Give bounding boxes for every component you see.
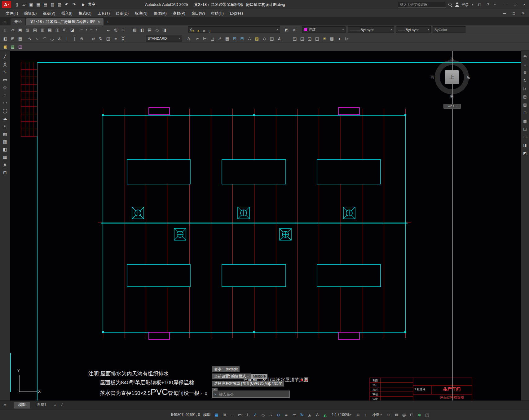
table-icon[interactable]: ▦ bbox=[0, 153, 10, 161]
layout-menu-icon[interactable]: ≡ bbox=[4, 402, 7, 408]
line-icon[interactable]: ╱ bbox=[0, 52, 10, 60]
open-icon[interactable]: ▱ bbox=[21, 1, 27, 8]
layer-unlock-icon[interactable]: ⊠ bbox=[201, 28, 206, 34]
parallel-tool-icon[interactable]: ∥ bbox=[71, 35, 78, 42]
workspace-switching-icon[interactable]: ⊛ bbox=[355, 411, 362, 418]
login-caret-icon[interactable]: ▾ bbox=[471, 2, 474, 8]
offset-tool-icon[interactable]: ≡ bbox=[112, 35, 119, 42]
plot-icon[interactable]: ▨ bbox=[24, 26, 31, 33]
image-clip-icon[interactable]: ◫ bbox=[17, 43, 24, 50]
linetype-dropdown-caret-icon[interactable]: ▾ bbox=[391, 28, 392, 31]
mtext-icon[interactable]: A bbox=[0, 161, 10, 169]
angle-tool-icon[interactable]: ∠ bbox=[56, 35, 63, 42]
share-button[interactable]: ▶ 共享 bbox=[80, 1, 95, 8]
tangent-tool-icon[interactable]: ⊖ bbox=[78, 35, 85, 42]
text-style-dropdown[interactable]: STANDARD ▾ bbox=[146, 35, 182, 42]
menu-item[interactable]: 视图(V) bbox=[40, 9, 58, 17]
table-insert-icon[interactable]: ▦ bbox=[224, 35, 231, 42]
lineweight-dropdown[interactable]: —— ByLayer ▾ bbox=[396, 26, 431, 33]
publish-icon[interactable]: ▥ bbox=[39, 26, 46, 33]
command-customize-icon[interactable]: ⚙ bbox=[205, 391, 208, 396]
login-button[interactable]: 登录 bbox=[461, 2, 469, 7]
quick-properties-icon[interactable]: □ bbox=[385, 411, 392, 418]
tab-start[interactable]: 开始 bbox=[11, 18, 25, 25]
qnew-icon[interactable]: ▯ bbox=[2, 26, 9, 33]
xref-icon[interactable]: ⊟ bbox=[521, 133, 529, 141]
markup-icon[interactable]: ◨ bbox=[521, 141, 529, 149]
redo-icon[interactable]: ↷ bbox=[71, 1, 77, 8]
infer-constraints-icon[interactable]: ∟ bbox=[228, 411, 236, 418]
xline-icon[interactable]: ╳ bbox=[0, 60, 10, 68]
clean-screen-icon[interactable]: ◳ bbox=[424, 411, 431, 418]
hatch-edit-icon[interactable]: ▨ bbox=[253, 35, 260, 42]
new-tab-button[interactable]: + bbox=[104, 18, 112, 25]
orbit-icon[interactable]: ↻ bbox=[521, 77, 529, 85]
annotation-scale-button[interactable]: 1:1 / 100% bbox=[332, 413, 349, 417]
undo-icon[interactable]: ↶ bbox=[64, 1, 70, 8]
graphics-performance-icon[interactable]: ⊡ bbox=[408, 411, 415, 418]
dim-style-icon[interactable]: ⌐ bbox=[194, 35, 201, 42]
menu-item[interactable]: 插入(I) bbox=[59, 9, 75, 17]
point-style-icon[interactable]: ∴ bbox=[246, 35, 253, 42]
layer-on-bulb-icon[interactable]: ⊙ bbox=[190, 28, 195, 34]
measure-panel-icon[interactable]: ◩ bbox=[521, 149, 529, 157]
close-button[interactable]: × bbox=[520, 0, 529, 9]
file-tab-menu-icon[interactable]: ≡ bbox=[0, 18, 11, 25]
previous-layer-icon[interactable]: ⊲ bbox=[291, 26, 298, 33]
lineweight-dropdown-caret-icon[interactable]: ▾ bbox=[428, 28, 429, 31]
menu-item[interactable]: 工具(T) bbox=[95, 9, 112, 17]
hatch-icon[interactable]: ▨ bbox=[0, 130, 10, 138]
snap-settings-icon[interactable]: ⊞ bbox=[9, 35, 16, 42]
snap-icon[interactable]: ⊞ bbox=[221, 411, 228, 418]
arc-icon[interactable]: ◠ bbox=[0, 99, 10, 107]
object-snap-icon[interactable]: ⊙ bbox=[275, 411, 282, 418]
layer-freeze-icon[interactable]: ◇ bbox=[154, 26, 161, 33]
model-space-button[interactable]: 模型 bbox=[203, 412, 210, 418]
redo-caret-icon[interactable]: ▾ bbox=[94, 26, 99, 33]
make-current-layer-icon[interactable]: ◩ bbox=[283, 26, 290, 33]
text-tool-icon[interactable]: A bbox=[185, 35, 192, 42]
hardware-acceleration-icon[interactable]: ⊚ bbox=[416, 411, 423, 418]
menu-item[interactable]: 参数(P) bbox=[170, 9, 188, 17]
redo-icon[interactable]: ↷ bbox=[89, 26, 94, 33]
drawing-canvas[interactable]: 上 北 南 西 东 WCS ▾ Y X 注明:屋面排水为内天沟有组织排水 屋面板… bbox=[10, 51, 521, 400]
mirror-tool-icon[interactable]: ◫ bbox=[105, 35, 112, 42]
undo-caret-icon[interactable]: ▾ bbox=[84, 26, 89, 33]
doc-restore-button[interactable]: □ bbox=[509, 10, 518, 17]
show-motion-icon[interactable]: ▷ bbox=[343, 35, 350, 42]
zoom-icon[interactable]: ⊕ bbox=[120, 26, 126, 33]
command-input[interactable] bbox=[219, 392, 288, 396]
menu-item[interactable]: 标注(N) bbox=[132, 9, 150, 17]
dynamic-ucs-icon[interactable]: ∆ bbox=[314, 411, 321, 418]
linetype-dropdown[interactable]: ——— ByLayer ▾ bbox=[348, 26, 394, 33]
gradient-icon[interactable]: ▩ bbox=[0, 138, 10, 145]
image-adjust-icon[interactable]: ▨ bbox=[9, 43, 16, 50]
measure-icon[interactable]: ∡ bbox=[276, 35, 283, 42]
full-nav-wheel-icon[interactable]: ◎ bbox=[521, 52, 529, 60]
section-icon[interactable]: ◰ bbox=[291, 35, 298, 42]
light-icon[interactable]: ☀ bbox=[321, 35, 328, 42]
menu-item[interactable]: 文件(F) bbox=[3, 9, 21, 17]
materials-icon[interactable]: ▩ bbox=[328, 35, 335, 42]
color-dropdown-caret-icon[interactable]: ▾ bbox=[342, 28, 344, 31]
move-tool-icon[interactable]: ⇄ bbox=[90, 35, 97, 42]
transparency-icon[interactable]: ▱ bbox=[290, 411, 298, 418]
group-icon[interactable]: ◫ bbox=[268, 35, 275, 42]
zoom-extents-icon[interactable]: ⊕ bbox=[521, 69, 529, 77]
plot-preview-icon[interactable]: ▤ bbox=[32, 26, 38, 33]
save-to-web-icon[interactable]: ▥ bbox=[49, 1, 56, 8]
object-snap-tracking-icon[interactable]: ∴ bbox=[267, 411, 274, 418]
layer-isolate-icon[interactable]: ▤ bbox=[146, 26, 153, 33]
doc-close-button[interactable]: × bbox=[518, 10, 528, 17]
properties-panel-icon[interactable]: ▥ bbox=[521, 101, 529, 109]
units-caret-icon[interactable]: ▾ bbox=[381, 413, 382, 416]
help-icon[interactable]: ? bbox=[485, 2, 491, 8]
orbit-icon[interactable]: ◎ bbox=[112, 26, 119, 33]
pan-icon[interactable]: ↔ bbox=[105, 26, 112, 33]
clip-icon[interactable]: ◱ bbox=[299, 35, 306, 42]
sheet-set-icon[interactable]: ◫ bbox=[521, 125, 529, 133]
menu-item[interactable]: 帮助(H) bbox=[208, 9, 227, 17]
image-attach-icon[interactable]: ▣ bbox=[2, 43, 9, 50]
rotate-tool-icon[interactable]: ↻ bbox=[97, 35, 104, 42]
viewcube-east-label[interactable]: 东 bbox=[466, 75, 470, 80]
